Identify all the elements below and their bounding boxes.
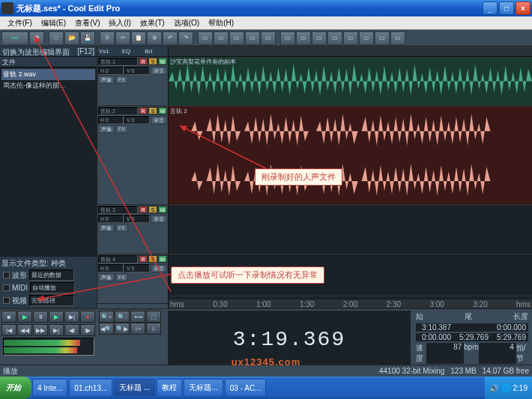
status-left: 播放	[3, 366, 18, 377]
toolbar-copy-icon[interactable]: ⎘	[100, 31, 115, 45]
toolbar-undo-icon[interactable]: ↶	[163, 31, 178, 45]
toolbar-paste-icon[interactable]: 📋	[131, 31, 146, 45]
zoom-v-out-button[interactable]: ↕-	[146, 323, 161, 335]
toolbar-btn-k[interactable]: ▭	[359, 31, 374, 45]
track-header-2: 音轨 2RSM H 0V 0录音 声像FX	[97, 106, 168, 205]
mute-button[interactable]: M	[158, 206, 167, 213]
watermark: ux12345.com	[232, 356, 301, 368]
zoom-in-left-button[interactable]: ◀🔍	[99, 323, 114, 335]
toolbar-btn-i[interactable]: ▭	[327, 31, 342, 45]
mode-label[interactable]: 切换为波形编辑界面	[2, 47, 70, 55]
toolbar-redo-icon[interactable]: ↷	[178, 31, 193, 45]
time-ruler[interactable]: hms0:301:001:302:002:303:003:20hms	[169, 299, 532, 308]
toolbar-open-icon[interactable]: 📂	[64, 31, 79, 45]
toolbar-cut-icon[interactable]: ✂	[115, 31, 130, 45]
play-button[interactable]: ▶	[17, 311, 32, 323]
record-arm-button[interactable]: R	[139, 255, 148, 263]
checkbox-wave[interactable]	[3, 272, 10, 278]
mute-button[interactable]: M	[158, 107, 167, 115]
waveform-track-1[interactable]: 沙宝亮梨花香伴奏的副本	[169, 57, 532, 106]
timeline[interactable]	[169, 46, 532, 57]
tray-clock[interactable]: 2:19	[513, 384, 528, 392]
autoplay-button[interactable]: 自动播放	[30, 282, 75, 293]
record-arm-button[interactable]: R	[139, 107, 148, 115]
play-loop-button[interactable]: ▶	[49, 311, 64, 323]
taskbar-item[interactable]: 03 - AC...	[225, 379, 267, 397]
menu-view[interactable]: 查看(V)	[70, 17, 104, 29]
toolbar-btn-d[interactable]: ▭	[245, 31, 260, 45]
toolbar-btn-c[interactable]: ▭	[229, 31, 244, 45]
menu-effects[interactable]: 效果(T)	[136, 17, 169, 29]
menu-file[interactable]: 文件(F)	[3, 17, 37, 29]
taskbar-item[interactable]: 4 Inte...	[32, 379, 67, 397]
taskbar-item[interactable]: 教程	[157, 379, 182, 397]
toolbar-btn-b[interactable]: ▭	[214, 31, 229, 45]
toolbar-save-icon[interactable]: 💾	[80, 31, 95, 45]
tray-icon[interactable]: 🔊	[489, 384, 498, 392]
pause-button[interactable]: ⏸	[33, 311, 48, 323]
system-tray[interactable]: 🔊 🌐 2:19	[485, 377, 532, 399]
recent-dropdown[interactable]: 最近的数据	[29, 269, 74, 281]
record-arm-button[interactable]: R	[139, 58, 148, 65]
toolbar-btn-f[interactable]: ▭	[280, 31, 295, 45]
file-panel: 切换为波形编辑界面 [F12] 文件 音轨 2.wav 周杰伦-像这样的朋...…	[0, 46, 97, 308]
toolbar-btn-m[interactable]: ▭	[390, 31, 405, 45]
solo-button[interactable]: S	[148, 206, 157, 213]
menu-options[interactable]: 选项(O)	[169, 17, 204, 29]
goto-end-button[interactable]: ▶|	[49, 324, 64, 336]
prev-marker-button[interactable]: ◀I	[64, 324, 79, 336]
toolbar-new-icon[interactable]: □	[49, 31, 64, 45]
waveform-track-2[interactable]: 音轨 2	[169, 106, 532, 205]
tray-icon[interactable]: 🌐	[501, 384, 510, 392]
toolbar-btn-h[interactable]: ▭	[312, 31, 327, 45]
zoom-out-button[interactable]: 🔍-	[115, 311, 130, 323]
file-tab[interactable]: 文件	[0, 57, 97, 67]
stop-button[interactable]: ■	[1, 311, 16, 323]
mute-button[interactable]: M	[158, 255, 167, 263]
fullpath-button[interactable]: 完整路径	[29, 295, 74, 306]
minimize-button[interactable]: _	[483, 1, 498, 15]
record-button[interactable]: ●	[80, 311, 95, 323]
checkbox-video[interactable]	[3, 297, 10, 304]
toolbar-waveform-icon[interactable]: ≈≈	[1, 31, 28, 45]
taskbar-item[interactable]: 无标题...	[184, 379, 223, 397]
record-arm-button[interactable]: R	[139, 206, 148, 213]
toolbar-btn-e[interactable]: ▭	[261, 31, 276, 45]
start-button[interactable]: 开始	[0, 377, 31, 399]
menu-edit[interactable]: 编辑(E)	[37, 17, 70, 29]
file-list[interactable]: 音轨 2.wav 周杰伦-像这样的朋...	[0, 67, 97, 257]
toolbar-btn-l[interactable]: ▭	[375, 31, 390, 45]
rewind-button[interactable]: ◀◀	[17, 324, 32, 336]
mute-button[interactable]: M	[158, 58, 167, 65]
taskbar-item[interactable]: 01.ch13...	[69, 379, 112, 397]
menu-bar: 文件(F) 编辑(E) 查看(V) 插入(I) 效果(T) 选项(O) 帮助(H…	[0, 16, 532, 30]
toolbar-btn-j[interactable]: ▭	[343, 31, 358, 45]
annotation-play-test: 点击播放可试听一下录制情况有无异常	[171, 266, 324, 284]
taskbar-item[interactable]: 无标题 ...	[114, 379, 155, 397]
solo-button[interactable]: S	[148, 107, 157, 115]
zoom-v-in-button[interactable]: ↕+	[130, 323, 145, 335]
menu-help[interactable]: 帮助(H)	[204, 17, 238, 29]
toolbar-multitrack-icon[interactable]: ▦	[29, 31, 44, 45]
maximize-button[interactable]: □	[499, 1, 514, 15]
play-to-end-button[interactable]: ▶|	[64, 311, 79, 323]
file-item[interactable]: 周杰伦-像这样的朋...	[1, 80, 95, 91]
zoom-in-right-button[interactable]: 🔍▶	[115, 323, 130, 335]
toolbar-btn-a[interactable]: ▭	[198, 31, 213, 45]
zoom-full-button[interactable]: ⟷	[130, 311, 145, 323]
toolbar-mixpaste-icon[interactable]: ⊕	[147, 31, 162, 45]
solo-button[interactable]: S	[148, 255, 157, 263]
close-button[interactable]: ×	[516, 1, 531, 15]
zoom-sel-button[interactable]: ⬚	[146, 311, 161, 323]
goto-start-button[interactable]: |◀	[1, 324, 16, 336]
zoom-in-button[interactable]: 🔍+	[99, 311, 114, 323]
toolbar-btn-g[interactable]: ▭	[296, 31, 311, 45]
menu-insert[interactable]: 插入(I)	[104, 17, 135, 29]
waveform-track-3[interactable]	[169, 205, 532, 255]
level-meter	[3, 338, 94, 356]
next-marker-button[interactable]: I▶	[80, 324, 95, 336]
checkbox-midi[interactable]	[3, 284, 10, 291]
file-item[interactable]: 音轨 2.wav	[1, 69, 95, 80]
forward-button[interactable]: ▶▶	[33, 324, 48, 336]
solo-button[interactable]: S	[148, 58, 157, 65]
